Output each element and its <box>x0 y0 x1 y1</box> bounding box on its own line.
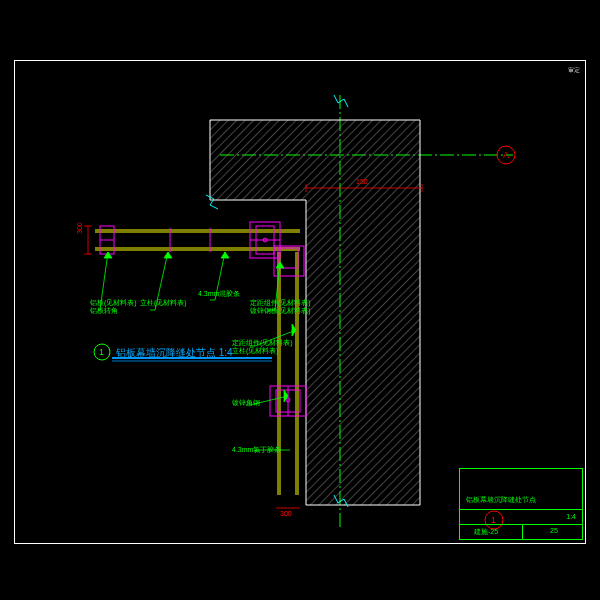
cad-viewport: 审定 <box>0 0 600 600</box>
svg-marker-24 <box>221 252 229 258</box>
svg-marker-25 <box>276 262 284 268</box>
tb-title: 铝板幕墙沉降缝处节点 <box>466 495 536 505</box>
titleblock: 铝板幕墙沉降缝处节点 1:4 建施-25 25 <box>459 468 583 540</box>
svg-marker-23 <box>164 252 172 258</box>
svg-marker-26 <box>292 324 296 336</box>
anno-7: 4.3mm氯丁胶条 <box>232 445 281 455</box>
anno-2: 立柱(见材料表) <box>140 298 187 308</box>
detail-number: 1 <box>99 347 104 357</box>
anno-6: 镀锌角钢 <box>232 398 260 408</box>
tb-sheet-a: 建施-25 <box>474 527 498 537</box>
anno-1b: 铝板转角 <box>90 306 118 316</box>
axis-label-a: A <box>503 150 509 160</box>
connectors <box>100 222 306 416</box>
anno-3: 4.3mm混胶条 <box>198 289 240 299</box>
anno-5b: 立柱(见材料表) <box>232 346 279 356</box>
tb-scale: 1:4 <box>566 513 576 520</box>
tb-sheet-b: 25 <box>550 527 558 534</box>
panel-outline <box>95 230 300 495</box>
anno-4b: 镀锌钢板(见材料表) <box>250 306 311 316</box>
detail-title: 铝板幕墙沉降缝处节点 1:4 <box>116 346 233 360</box>
dim-vert: 300 <box>76 222 83 234</box>
svg-marker-22 <box>104 252 112 258</box>
dim-top: 150 <box>356 178 368 185</box>
dim-bot: 300 <box>280 510 292 517</box>
